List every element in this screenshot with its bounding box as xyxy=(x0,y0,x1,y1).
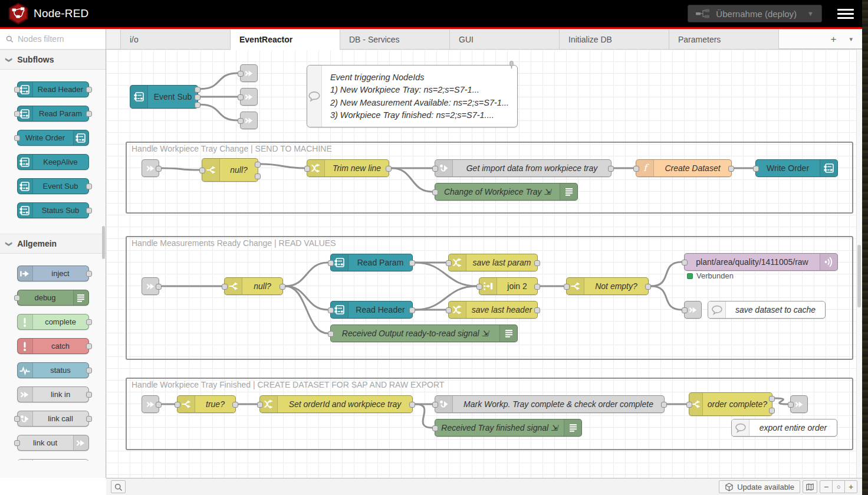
input-port[interactable] xyxy=(14,87,20,93)
output-port[interactable] xyxy=(409,402,415,408)
palette-node-debug[interactable]: debug xyxy=(17,290,89,306)
node-order-complete[interactable]: order complete? xyxy=(689,392,772,416)
zoom-reset-button[interactable]: ○ xyxy=(832,480,845,493)
input-port[interactable] xyxy=(682,307,688,313)
node-li3[interactable] xyxy=(142,395,159,413)
node-true[interactable]: true? xyxy=(177,395,236,413)
node-lo2[interactable] xyxy=(684,301,702,319)
input-port[interactable] xyxy=(328,331,334,337)
palette-node-catch[interactable]: catch xyxy=(17,338,89,354)
palette-scrollbar[interactable] xyxy=(102,226,105,259)
input-port[interactable] xyxy=(753,166,759,172)
input-port[interactable] xyxy=(199,168,205,173)
tab-parameters[interactable]: Parameters xyxy=(669,29,779,50)
node-link-a[interactable] xyxy=(240,64,258,82)
node-change-of-workpiece-tray[interactable]: Change of Workpiece Tray ⇲ xyxy=(435,183,578,201)
input-port[interactable] xyxy=(476,284,482,290)
output-port[interactable] xyxy=(409,307,415,313)
node-null[interactable]: null? xyxy=(224,277,283,295)
node-read-header[interactable]: Read Header xyxy=(330,301,413,319)
palette-node-comment[interactable]: comment xyxy=(17,459,89,461)
input-port[interactable] xyxy=(328,260,334,266)
palette-node-inject[interactable]: inject xyxy=(17,265,89,281)
output-port[interactable] xyxy=(608,166,614,172)
input-port[interactable] xyxy=(432,189,438,195)
output-port[interactable] xyxy=(86,319,92,325)
output-port[interactable] xyxy=(386,166,392,172)
zoom-out-button[interactable]: − xyxy=(820,480,833,493)
palette-node-write-order[interactable]: Write Order xyxy=(17,130,89,146)
input-port[interactable] xyxy=(222,284,228,290)
output-port[interactable] xyxy=(769,396,775,402)
palette-node-complete[interactable]: complete xyxy=(17,314,89,330)
input-port[interactable] xyxy=(432,166,438,172)
output-port[interactable] xyxy=(86,271,92,277)
input-port[interactable] xyxy=(564,284,570,290)
output-port[interactable] xyxy=(156,284,162,290)
palette-node-status-sub[interactable]: Status Sub xyxy=(17,202,89,218)
node-mark-workp-tray-complete-check-order-com[interactable]: Mark Workp. Tray complete & check order … xyxy=(435,395,665,413)
output-port[interactable] xyxy=(86,183,92,189)
tab-db-services[interactable]: DB - Services xyxy=(340,29,450,50)
node-save-last-header[interactable]: save last header xyxy=(448,301,538,319)
palette-node-link-out[interactable]: link out xyxy=(17,435,89,451)
palette-search-input[interactable] xyxy=(18,34,94,44)
output-port[interactable] xyxy=(86,111,92,117)
tab-eventreactor[interactable]: EventReactor xyxy=(230,29,340,50)
zoom-in-button[interactable]: + xyxy=(844,480,857,493)
node-link-b[interactable] xyxy=(240,88,258,106)
input-port[interactable] xyxy=(446,307,452,313)
input-port[interactable] xyxy=(238,118,244,124)
palette-category-allgemein[interactable]: ❯Allgemein xyxy=(0,234,106,254)
input-port[interactable] xyxy=(328,307,334,313)
input-port[interactable] xyxy=(238,71,244,77)
input-port[interactable] xyxy=(14,111,20,117)
node-save-dataset-to-cache[interactable]: save dataset to cache xyxy=(708,301,826,319)
input-port[interactable] xyxy=(238,94,244,100)
node-write-order[interactable]: Write Order xyxy=(755,159,838,177)
tab-gui[interactable]: GUI xyxy=(449,29,560,50)
output-port[interactable] xyxy=(534,307,540,313)
output-port[interactable] xyxy=(86,208,92,214)
node-li2[interactable] xyxy=(142,277,159,295)
output-port[interactable] xyxy=(156,166,162,172)
wire[interactable] xyxy=(200,73,238,89)
node-export-entire-order[interactable]: export entire order xyxy=(731,419,837,437)
palette-node-keepalive[interactable]: KeepAlive xyxy=(17,154,89,170)
input-port[interactable] xyxy=(432,425,438,431)
input-port[interactable] xyxy=(14,416,20,422)
node-get-import-data-from-workpiece-tray[interactable]: Get import data from workpiece tray xyxy=(435,159,611,177)
main-menu-button[interactable] xyxy=(837,6,854,21)
node-read-param[interactable]: Read Param xyxy=(330,254,413,271)
node-plant-area-quality-1411005-raw[interactable]: plant/area/quality/1411005/raw xyxy=(684,253,838,271)
output-port[interactable] xyxy=(195,87,200,93)
output-port[interactable] xyxy=(409,260,415,266)
node-null[interactable]: null? xyxy=(202,158,258,182)
input-port[interactable] xyxy=(175,402,180,408)
update-available-button[interactable]: Update available xyxy=(719,480,800,493)
add-flow-button[interactable]: + xyxy=(831,34,837,44)
palette-node-status[interactable]: status xyxy=(17,362,89,378)
node-set-orderid-and-workpiece-tray[interactable]: Set orderId and workpiece tray xyxy=(259,395,413,413)
palette-search[interactable] xyxy=(0,29,106,50)
node-link-c[interactable] xyxy=(240,112,258,129)
input-port[interactable] xyxy=(257,402,263,408)
node-not-empty[interactable]: Not empty? xyxy=(566,277,649,295)
output-port[interactable] xyxy=(255,173,261,179)
deploy-button[interactable]: Übernahme (deploy) ▼ xyxy=(688,5,822,22)
palette-node-link-in[interactable]: link in xyxy=(17,386,89,402)
canvas-search-button[interactable] xyxy=(111,480,126,493)
output-port[interactable] xyxy=(86,416,92,422)
minimap-toggle-button[interactable] xyxy=(803,480,817,493)
node-lo3[interactable] xyxy=(790,395,808,413)
node-create-dataset[interactable]: fCreate Dataset xyxy=(636,159,732,177)
node-trim-new-line[interactable]: Trim new line xyxy=(307,159,389,177)
node-event-sub[interactable]: Event Sub xyxy=(130,85,198,109)
palette-node-read-header[interactable]: Read Header xyxy=(17,81,89,97)
output-port[interactable] xyxy=(156,402,162,408)
output-port[interactable] xyxy=(728,166,734,172)
output-port[interactable] xyxy=(534,284,540,290)
output-port[interactable] xyxy=(232,402,238,408)
node-received-tray-finished-signal[interactable]: Received Tray finished signal ⇲ xyxy=(435,419,582,437)
output-port[interactable] xyxy=(195,102,200,108)
